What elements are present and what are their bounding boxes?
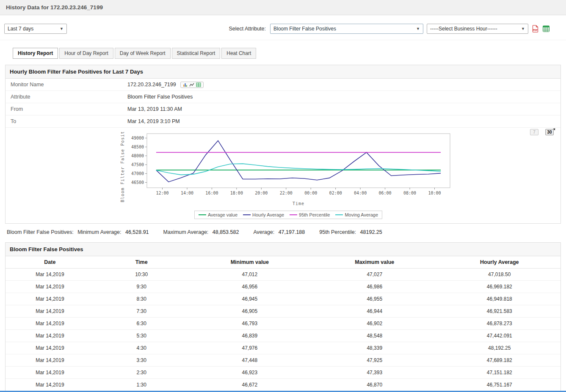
tab-statistical-report[interactable]: Statistical Report (172, 48, 221, 59)
legend-line-swatch (335, 214, 343, 215)
history-table-body: Mar 14,201910:3047,01247,02747,018.50Mar… (6, 269, 560, 391)
report-panel-title: Hourly Bloom Filter False Positives for … (6, 65, 560, 79)
svg-text:47500: 47500 (131, 162, 144, 167)
column-header-maximum-value: Maximum value (311, 256, 439, 269)
attribute-label: Attribute (6, 91, 127, 103)
to-value: Mar 14, 2019 3:10 PM (127, 118, 180, 124)
svg-text:49000: 49000 (131, 136, 144, 140)
tab-heat-chart[interactable]: Heat Chart (221, 48, 256, 59)
report-summary-panel: Hourly Bloom Filter False Positives for … (5, 65, 561, 224)
toolbar: Last 7 days ▼ Select Attribute: Bloom Fi… (0, 15, 566, 40)
column-header-time: Time (94, 256, 189, 269)
table-row: Mar 14,20199:3046,95646,98646,969.182 (6, 281, 560, 293)
legend-label: Moving Average (345, 212, 378, 217)
table-row: Mar 14,20194:3047,97648,33948,192.25 (6, 342, 560, 354)
summary-stats-row: Bloom Filter False Positives: Minimum Av… (0, 224, 566, 242)
monitor-name-label: Monitor Name (6, 79, 127, 90)
svg-text:06:00: 06:00 (379, 191, 392, 195)
table-row: Mar 14,20193:3047,44847,92547,689.182 (6, 354, 560, 367)
chart-legend: Average valueHourly Average95th Percenti… (194, 211, 382, 219)
svg-text:04:00: 04:00 (354, 191, 367, 195)
info-row-from: From Mar 13, 2019 11:30 AM (6, 103, 560, 115)
svg-text:14:00: 14:00 (181, 191, 193, 195)
table-grid-icon[interactable] (196, 82, 201, 87)
info-row-attribute: Attribute Bloom Filter False Positives (6, 91, 560, 103)
period-select[interactable]: Last 7 days ▼ (4, 24, 67, 34)
svg-text:Bloom Filter False Positives: Bloom Filter False Positives (120, 132, 125, 202)
svg-text:02:00: 02:00 (329, 191, 342, 195)
legend-label: Hourly Average (252, 212, 284, 217)
info-row-monitor-name: Monitor Name 172.20.23.246_7199 (6, 79, 560, 91)
chevron-down-icon: ▼ (416, 27, 420, 31)
bar-chart-icon[interactable] (183, 82, 188, 87)
table-row: Mar 14,20197:3046,90546,94446,921.583 (6, 305, 560, 318)
period-select-value: Last 7 days (8, 26, 33, 32)
history-table-panel: Bloom Filter False Positives Date Time M… (5, 242, 561, 392)
history-line-chart: 46500470004750048000485004900012:0014:00… (119, 132, 458, 207)
csv-export-icon[interactable] (542, 25, 550, 33)
attribute-select-label: Select Attribute: (229, 26, 266, 32)
stat-average: Average: 47,197.188 (253, 229, 305, 235)
legend-item: Hourly Average (243, 212, 284, 217)
stat-maximum-average: Maximum Average: 48,853.582 (163, 229, 239, 235)
stats-prefix: Bloom Filter False Positives: (7, 229, 74, 235)
svg-text:16:00: 16:00 (205, 191, 218, 195)
range-7-days-button[interactable]: 7 (530, 129, 538, 135)
tab-history-report[interactable]: History Report (13, 48, 58, 59)
from-label: From (6, 103, 127, 115)
pdf-export-icon[interactable]: PDF (532, 25, 539, 33)
stat-minimum-average: Bloom Filter False Positives: Minimum Av… (7, 229, 149, 235)
legend-label: Average value (208, 212, 237, 217)
table-row: Mar 14,20191:3046,67246,87046,751.167 (6, 379, 560, 391)
from-value: Mar 13, 2019 11:30 AM (127, 106, 182, 112)
business-hour-select-value: -----Select Business Hour------ (430, 26, 497, 32)
table-panel-title: Bloom Filter False Positives (6, 243, 560, 256)
table-row: Mar 14,201910:3047,01247,02747,018.50 (6, 269, 560, 281)
svg-text:PDF: PDF (533, 29, 538, 31)
svg-text:47000: 47000 (131, 171, 144, 176)
attribute-select[interactable]: Bloom Filter False Positives ▼ (270, 24, 423, 34)
chart-range-buttons: 7 30 (530, 129, 554, 135)
svg-text:00:00: 00:00 (304, 191, 317, 195)
tab-hour-of-day-report[interactable]: Hour of Day Report (59, 48, 113, 59)
column-header-date: Date (6, 256, 94, 269)
svg-text:10:00: 10:00 (428, 191, 441, 195)
chart-wrap: 46500470004750048000485004900012:0014:00… (119, 132, 458, 219)
table-row: Mar 14,20196:3046,79346,90246,878.273 (6, 318, 560, 330)
chevron-down-icon: ▼ (60, 27, 64, 31)
info-row-to: To Mar 14, 2019 3:10 PM (6, 115, 560, 128)
svg-text:Time: Time (293, 201, 304, 206)
svg-text:18:00: 18:00 (230, 191, 243, 195)
history-data-table: Date Time Minimum value Maximum value Ho… (6, 256, 560, 391)
to-label: To (6, 115, 127, 127)
svg-text:22:00: 22:00 (280, 191, 293, 195)
legend-item: Average value (199, 212, 237, 217)
page-title: History Data for 172.20.23.246_7199 (6, 4, 103, 11)
attribute-select-value: Bloom Filter False Positives (273, 26, 336, 32)
chart-zone: 7 30 46500470004750048000485004900012:00… (6, 128, 560, 223)
legend-line-swatch (243, 214, 251, 215)
legend-line-swatch (199, 214, 206, 215)
legend-label: 95th Percentile (299, 212, 330, 217)
svg-text:46500: 46500 (131, 180, 144, 185)
svg-text:48500: 48500 (131, 145, 144, 149)
column-header-hourly-average: Hourly Average (439, 256, 560, 269)
svg-text:08:00: 08:00 (403, 191, 416, 195)
svg-text:12:00: 12:00 (156, 191, 168, 195)
stat-95th-percentile: 95th Percentile: 48192.25 (319, 229, 382, 235)
table-header-row: Date Time Minimum value Maximum value Ho… (6, 256, 560, 269)
range-30-days-button[interactable]: 30 (545, 129, 554, 135)
svg-text:48000: 48000 (131, 154, 144, 158)
legend-item: Moving Average (335, 212, 378, 217)
legend-line-swatch (290, 214, 297, 215)
attribute-value: Bloom Filter False Positives (127, 94, 193, 100)
tab-day-of-week-report[interactable]: Day of Week Report (115, 48, 171, 59)
monitor-quick-links[interactable] (180, 82, 204, 88)
chevron-down-icon: ▼ (521, 27, 525, 31)
business-hour-select[interactable]: -----Select Business Hour------ ▼ (427, 24, 528, 34)
line-chart-icon[interactable] (189, 82, 194, 87)
legend-item: 95th Percentile (290, 212, 330, 217)
svg-text:20:00: 20:00 (255, 191, 268, 195)
toolbar-right-group: Select Attribute: Bloom Filter False Pos… (229, 24, 560, 34)
table-row: Mar 14,20195:3046,83948,54847,442.091 (6, 330, 560, 342)
